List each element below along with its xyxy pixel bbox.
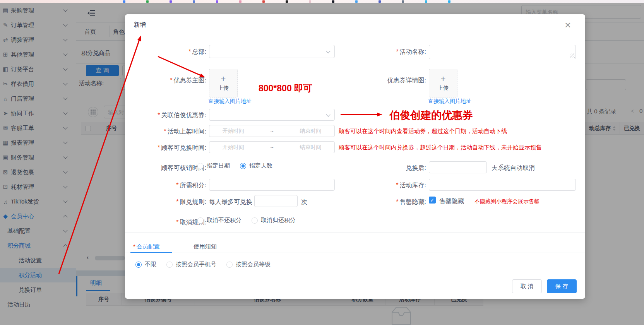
main-image-upload-button[interactable]: + 上传 xyxy=(209,69,238,98)
detail-image-url-link[interactable]: 直接输入图片地址 xyxy=(428,98,471,105)
tab-bar-border xyxy=(125,253,585,253)
soldout-checkbox-label: 售罄隐藏 xyxy=(439,197,464,205)
add-activity-modal: 新增 × *总部: *活动名称: *优惠券主图: + 上传 直接输入图片地址 优… xyxy=(125,14,585,299)
soldout-note: 不隐藏则小程序会展示售罄 xyxy=(474,198,540,205)
soldout-label: *售罄隐藏: xyxy=(336,198,426,206)
radio-icon xyxy=(252,217,258,224)
check-icon: ✓ xyxy=(430,197,435,203)
favicon-icon xyxy=(309,0,311,3)
divider xyxy=(125,39,585,39)
main-image-label: *优惠券主图: xyxy=(133,77,206,85)
redeem-time-range-picker[interactable]: 开始时间 ~ 结束时间 xyxy=(209,141,335,153)
favicon-icon xyxy=(239,0,242,3)
cancel-rule-radio-group: 取消不还积分 取消归还积分 xyxy=(197,217,296,224)
coupon-select[interactable] xyxy=(209,109,335,121)
screen: ▤ 采购管理 ✎ 订单管理 ⇄ 调拨管理 ⊞ 其他管理 xyxy=(0,0,644,325)
detail-image-label: 优惠券详情图: xyxy=(336,77,426,85)
limit-count-input[interactable] xyxy=(254,195,298,207)
cancel-rule-label: *取消规则: xyxy=(133,219,206,227)
detail-image-upload-button[interactable]: + 上传 xyxy=(429,69,457,98)
close-icon[interactable]: × xyxy=(565,20,571,31)
hq-select[interactable] xyxy=(209,45,335,58)
stock-label: *活动库存: xyxy=(336,181,426,190)
plus-icon: + xyxy=(221,75,226,83)
active-tab-underline xyxy=(130,252,172,253)
favicon-icon xyxy=(402,0,404,3)
end-date-placeholder: 结束时间 xyxy=(300,128,321,135)
redeem-time-label: *顾客可兑换时间: xyxy=(133,144,206,152)
radio-icon xyxy=(240,163,246,169)
tab-member-config[interactable]: *会员配置 xyxy=(133,243,160,250)
cancel-button[interactable]: 取 消 xyxy=(512,279,542,293)
favicon-icon xyxy=(146,0,149,3)
activity-name-label: *活动名称: xyxy=(336,48,426,56)
shelf-time-range-picker[interactable]: 开始时间 ~ 结束时间 xyxy=(209,125,335,137)
stock-input[interactable] xyxy=(429,179,576,191)
radio-unlimited[interactable]: 不限 xyxy=(135,261,156,268)
points-label: *所需积分: xyxy=(133,181,206,190)
browser-tab-strip xyxy=(0,0,644,3)
save-button[interactable]: 保 存 xyxy=(547,279,577,293)
radio-icon xyxy=(166,262,173,268)
chevron-down-icon xyxy=(326,49,330,53)
shelf-time-label: *活动上架时间: xyxy=(133,128,206,136)
redeem-time-note: 顾客可以在这个时间内兑换券，超过这个日期，活动自动下线，未开始显示预售 xyxy=(339,144,542,151)
verify-time-radio-group: 指定日期 指定天数 xyxy=(197,162,272,169)
start-date-placeholder: 开始时间 xyxy=(223,128,244,135)
points-input[interactable] xyxy=(209,179,335,191)
limit-rule-suffix: 次 xyxy=(301,198,307,206)
radio-icon xyxy=(135,262,142,268)
after-redeem-suffix: 天系统自动取消 xyxy=(492,164,535,172)
activity-name-textarea[interactable] xyxy=(429,45,576,59)
favicon-icon xyxy=(286,0,288,3)
favicon-icon xyxy=(170,0,172,3)
limit-rule-prefix: 每人最多可兑换 xyxy=(209,198,252,206)
radio-specified-days[interactable]: 指定天数 xyxy=(240,162,272,169)
member-scope-radio-group: 不限 按照会员手机号 按照会员等级 xyxy=(135,261,271,268)
favicon-icon xyxy=(379,0,381,3)
after-redeem-label: 兑换后: xyxy=(336,164,426,172)
favicon-icon xyxy=(425,0,427,3)
shelf-time-note: 顾客可以在这个时间内查看活动券，超过这个日期，活动自动下线 xyxy=(339,128,507,135)
divider xyxy=(125,275,585,275)
favicon-icon xyxy=(193,0,195,3)
radio-by-level[interactable]: 按照会员等级 xyxy=(226,261,271,268)
divider xyxy=(125,233,585,233)
main-image-url-link[interactable]: 直接输入图片地址 xyxy=(208,98,252,105)
after-redeem-days-input[interactable] xyxy=(429,161,487,173)
hq-label: *总部: xyxy=(133,48,206,56)
favicon-icon xyxy=(448,0,450,3)
favicon-icon xyxy=(332,0,334,3)
radio-icon xyxy=(226,262,233,268)
radio-cancel-no-return[interactable]: 取消不还积分 xyxy=(197,217,242,224)
soldout-checkbox[interactable]: ✓ xyxy=(429,197,436,204)
resize-handle-icon[interactable] xyxy=(570,53,575,58)
verify-time-label: 顾客可核销时间: xyxy=(133,164,206,172)
plus-icon: + xyxy=(441,75,446,83)
radio-cancel-return[interactable]: 取消归还积分 xyxy=(252,217,296,224)
start-date-placeholder: 开始时间 xyxy=(223,144,244,151)
radio-icon xyxy=(197,217,204,224)
coupon-label: *关联伯俊优惠券: xyxy=(133,111,206,120)
limit-rule-label: *限兑规则: xyxy=(133,198,206,206)
chevron-down-icon xyxy=(326,112,330,116)
tab-usage-notice[interactable]: 使用须知 xyxy=(194,243,217,250)
modal-title: 新增 xyxy=(134,21,146,29)
favicon-icon xyxy=(262,0,265,3)
favicon-icon xyxy=(216,0,218,3)
end-date-placeholder: 结束时间 xyxy=(300,144,321,151)
radio-by-phone[interactable]: 按照会员手机号 xyxy=(166,261,216,268)
favicon-icon xyxy=(123,0,125,3)
radio-icon xyxy=(197,163,204,169)
radio-specified-date[interactable]: 指定日期 xyxy=(197,162,230,169)
favicon-icon xyxy=(355,0,358,3)
